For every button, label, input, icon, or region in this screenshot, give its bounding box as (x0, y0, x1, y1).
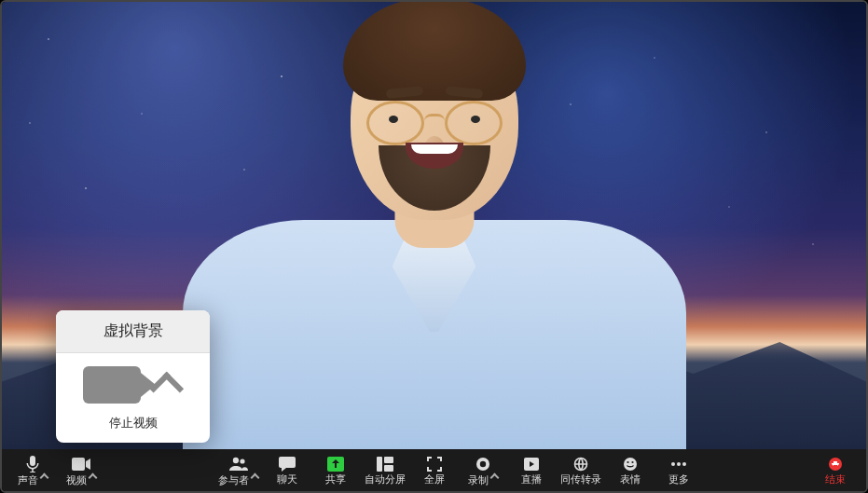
svg-point-13 (631, 461, 633, 463)
svg-rect-0 (72, 458, 85, 471)
split-screen-icon (377, 456, 393, 472)
svg-point-15 (677, 462, 681, 466)
record-button[interactable]: 录制 (460, 449, 506, 491)
participants-label: 参与者 (218, 474, 249, 486)
interpretation-button[interactable]: 同传转录 (557, 449, 605, 491)
svg-point-11 (624, 458, 637, 471)
svg-rect-5 (384, 457, 393, 463)
toolbar-left-group: 声音 视频 (9, 449, 104, 491)
chat-icon (279, 456, 296, 472)
end-label: 结束 (825, 474, 846, 485)
svg-rect-6 (384, 465, 393, 472)
camera-icon (72, 456, 90, 472)
camera-icon (83, 366, 141, 404)
virtual-background-label: 虚拟背景 (103, 322, 163, 338)
live-button[interactable]: 直播 (508, 449, 555, 491)
participants-button[interactable]: 参与者 (214, 449, 262, 491)
more-icon (670, 456, 687, 472)
record-label: 录制 (468, 474, 489, 486)
live-label: 直播 (521, 474, 542, 485)
svg-point-8 (480, 460, 486, 466)
live-icon (523, 456, 540, 472)
auto-split-label: 自动分屏 (365, 474, 406, 485)
chevron-up-icon (89, 472, 98, 482)
mic-icon (25, 456, 40, 472)
svg-point-1 (232, 457, 238, 462)
end-button[interactable]: 结束 (812, 449, 859, 491)
reactions-label: 表情 (620, 474, 641, 485)
share-button[interactable]: 共享 (312, 449, 359, 491)
svg-point-2 (240, 459, 244, 463)
stop-video-label: 停止视频 (109, 416, 158, 430)
participant-video (173, 15, 696, 453)
fullscreen-label: 全屏 (424, 474, 445, 485)
chat-label: 聊天 (277, 474, 297, 485)
share-label: 共享 (325, 474, 346, 485)
meeting-toolbar: 声音 视频 参与者 聊天 共享 (2, 449, 866, 491)
video-label: 视频 (66, 474, 87, 486)
reactions-icon (623, 456, 638, 472)
audio-button[interactable]: 声音 (9, 449, 56, 491)
more-label: 更多 (668, 474, 689, 485)
video-button[interactable]: 视频 (58, 449, 104, 491)
fullscreen-button[interactable]: 全屏 (411, 449, 458, 491)
virtual-background-button[interactable]: 虚拟背景 (56, 310, 210, 353)
chevron-up-icon (40, 472, 49, 482)
interpretation-label: 同传转录 (560, 474, 601, 485)
end-icon (828, 456, 843, 472)
auto-split-button[interactable]: 自动分屏 (361, 449, 409, 491)
chevron-up-icon (490, 472, 500, 482)
svg-point-16 (682, 462, 686, 466)
audio-label: 声音 (18, 474, 38, 486)
chevron-up-icon (251, 472, 260, 482)
interpretation-icon (572, 456, 589, 472)
svg-point-14 (671, 462, 675, 466)
svg-rect-4 (377, 457, 382, 472)
share-icon (327, 456, 344, 472)
record-icon (475, 456, 490, 472)
stop-video-row[interactable] (56, 353, 210, 409)
toolbar-center-group: 参与者 聊天 共享 自动分屏 全屏 (214, 449, 702, 491)
more-button[interactable]: 更多 (655, 449, 702, 491)
fullscreen-icon (427, 456, 442, 472)
video-options-popup: 虚拟背景 停止视频 (56, 310, 210, 443)
reactions-button[interactable]: 表情 (607, 449, 654, 491)
svg-point-12 (627, 461, 628, 463)
chat-button[interactable]: 聊天 (264, 449, 310, 491)
participants-icon (229, 456, 248, 472)
